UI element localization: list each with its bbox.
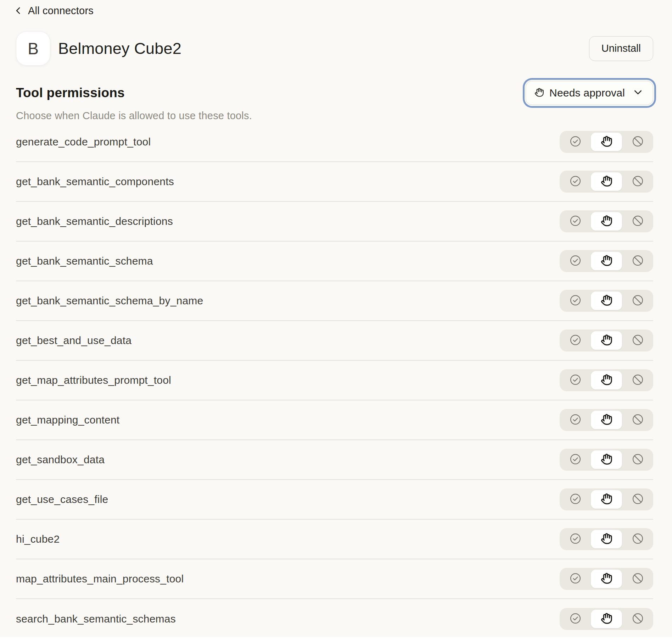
needs-approval-option-button[interactable] bbox=[591, 131, 622, 153]
needs-approval-option-button[interactable] bbox=[591, 171, 622, 193]
allow-option-button[interactable] bbox=[560, 449, 591, 471]
tool-row: get_mapping_content bbox=[16, 400, 653, 440]
permission-toggle bbox=[560, 488, 653, 510]
needs-approval-option-button[interactable] bbox=[591, 369, 622, 391]
allow-option-button[interactable] bbox=[560, 330, 591, 352]
tool-name-label: get_best_and_use_data bbox=[16, 334, 131, 347]
permission-toggle bbox=[560, 290, 653, 312]
ban-icon bbox=[632, 413, 644, 427]
ban-icon bbox=[632, 294, 644, 308]
allow-option-button[interactable] bbox=[560, 171, 591, 193]
ban-icon bbox=[632, 572, 644, 586]
default-permission-dropdown[interactable]: Needs approval bbox=[526, 81, 653, 105]
deny-option-button[interactable] bbox=[622, 449, 653, 471]
allow-option-button[interactable] bbox=[560, 369, 591, 391]
deny-option-button[interactable] bbox=[622, 131, 653, 153]
uninstall-button[interactable]: Uninstall bbox=[589, 36, 653, 61]
check-circle-icon bbox=[569, 373, 582, 387]
section-title: Tool permissions bbox=[16, 85, 125, 100]
permission-toggle bbox=[560, 330, 653, 352]
allow-option-button[interactable] bbox=[560, 488, 591, 510]
allow-option-button[interactable] bbox=[560, 210, 591, 232]
needs-approval-option-button[interactable] bbox=[591, 608, 622, 630]
connector-settings-page: All connectors B Belmoney Cube2 Uninstal… bbox=[0, 0, 672, 642]
tool-row: get_sandbox_data bbox=[16, 440, 653, 480]
chevron-left-icon bbox=[13, 5, 24, 16]
hand-icon bbox=[601, 374, 612, 387]
check-circle-icon bbox=[569, 612, 582, 626]
hand-icon bbox=[601, 255, 612, 267]
ban-icon bbox=[632, 453, 644, 466]
allow-option-button[interactable] bbox=[560, 131, 591, 153]
tool-row: search_bank_semantic_schemas bbox=[16, 599, 653, 639]
tool-permissions-header: Tool permissions Needs approval bbox=[16, 78, 653, 107]
tool-name-label: get_mapping_content bbox=[16, 414, 119, 426]
needs-approval-option-button[interactable] bbox=[591, 568, 622, 590]
allow-option-button[interactable] bbox=[560, 568, 591, 590]
ban-icon bbox=[632, 175, 644, 188]
needs-approval-option-button[interactable] bbox=[591, 330, 622, 352]
tool-name-label: get_use_cases_file bbox=[16, 493, 108, 505]
check-circle-icon bbox=[569, 453, 582, 466]
check-circle-icon bbox=[569, 135, 582, 149]
allow-option-button[interactable] bbox=[560, 409, 591, 431]
back-to-all-connectors-link[interactable]: All connectors bbox=[13, 4, 94, 17]
deny-option-button[interactable] bbox=[622, 330, 653, 352]
needs-approval-option-button[interactable] bbox=[591, 409, 622, 431]
permission-toggle bbox=[560, 171, 653, 193]
needs-approval-option-button[interactable] bbox=[591, 210, 622, 232]
needs-approval-option-button[interactable] bbox=[591, 290, 622, 312]
needs-approval-option-button[interactable] bbox=[591, 488, 622, 510]
tool-row: get_bank_semantic_components bbox=[16, 162, 653, 202]
deny-option-button[interactable] bbox=[622, 528, 653, 550]
deny-option-button[interactable] bbox=[622, 290, 653, 312]
deny-option-button[interactable] bbox=[622, 171, 653, 193]
allow-option-button[interactable] bbox=[560, 528, 591, 550]
tool-row: hi_cube2 bbox=[16, 520, 653, 559]
bottom-edge-strip bbox=[0, 637, 672, 642]
connector-header: B Belmoney Cube2 Uninstall bbox=[16, 31, 653, 66]
check-circle-icon bbox=[569, 254, 582, 268]
hand-icon bbox=[601, 453, 612, 466]
deny-option-button[interactable] bbox=[622, 369, 653, 391]
allow-option-button[interactable] bbox=[560, 250, 591, 272]
deny-option-button[interactable] bbox=[622, 568, 653, 590]
check-circle-icon bbox=[569, 532, 582, 546]
tool-row: get_bank_semantic_schema_by_name bbox=[16, 281, 653, 321]
deny-option-button[interactable] bbox=[622, 608, 653, 630]
tool-name-label: get_sandbox_data bbox=[16, 454, 105, 466]
section-subtitle: Choose when Claude is allowed to use the… bbox=[16, 109, 653, 122]
deny-option-button[interactable] bbox=[622, 250, 653, 272]
deny-option-button[interactable] bbox=[622, 210, 653, 232]
hand-icon bbox=[601, 175, 612, 188]
ban-icon bbox=[632, 254, 644, 268]
hand-icon bbox=[534, 88, 544, 99]
tool-name-label: get_bank_semantic_schema bbox=[16, 255, 153, 267]
deny-option-button[interactable] bbox=[622, 409, 653, 431]
deny-option-button[interactable] bbox=[622, 488, 653, 510]
needs-approval-option-button[interactable] bbox=[591, 250, 622, 272]
tool-row: get_bank_semantic_descriptions bbox=[16, 202, 653, 242]
tool-row: get_bank_semantic_schema bbox=[16, 242, 653, 281]
tool-permission-list: generate_code_prompt_tool bbox=[16, 122, 653, 639]
back-link-label: All connectors bbox=[28, 5, 94, 17]
tool-name-label: get_map_attributes_prompt_tool bbox=[16, 374, 171, 386]
needs-approval-option-button[interactable] bbox=[591, 449, 622, 471]
allow-option-button[interactable] bbox=[560, 608, 591, 630]
allow-option-button[interactable] bbox=[560, 290, 591, 312]
chevron-down-icon bbox=[632, 87, 644, 99]
hand-icon bbox=[601, 334, 612, 347]
check-circle-icon bbox=[569, 572, 582, 586]
hand-icon bbox=[601, 613, 612, 625]
tool-name-label: get_bank_semantic_schema_by_name bbox=[16, 295, 203, 307]
tool-name-label: hi_cube2 bbox=[16, 533, 60, 545]
dropdown-selected-label: Needs approval bbox=[549, 87, 625, 99]
check-circle-icon bbox=[569, 175, 582, 188]
permission-toggle bbox=[560, 369, 653, 391]
needs-approval-option-button[interactable] bbox=[591, 528, 622, 550]
tool-row: get_map_attributes_prompt_tool bbox=[16, 361, 653, 400]
connector-avatar: B bbox=[16, 31, 50, 66]
tool-row: map_attributes_main_process_tool bbox=[16, 559, 653, 599]
hand-icon bbox=[601, 493, 612, 506]
permission-toggle bbox=[560, 409, 653, 431]
